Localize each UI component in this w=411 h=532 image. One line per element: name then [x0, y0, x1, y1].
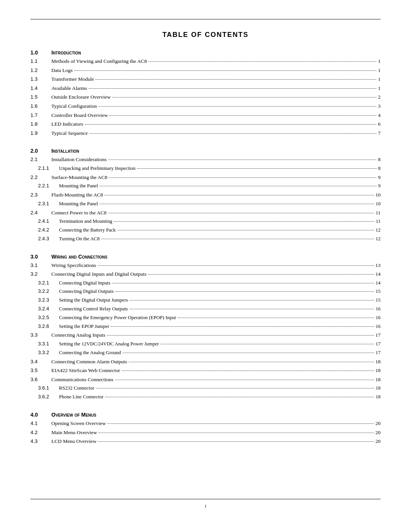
entry-3-2-2: 3.2.2 Connecting Digital Outputs 15 [30, 288, 381, 296]
entry-3-4: 3.4 Connecting Common Alarm Outputs 18 [30, 358, 381, 366]
section-header-3: 3.0 Wiring and Connections [30, 254, 381, 260]
section-4: 4.0 Overview of Menus 4.1 Opening Screen… [30, 412, 381, 446]
entry-3-3-2: 3.3.2 Connecting the Analog Ground 17 [30, 349, 381, 357]
entry-2-1-1: 2.1.1 Unpacking and Preliminary Inspecti… [30, 165, 381, 173]
entry-number-1-2: 1.2 [30, 66, 51, 75]
section-2: 2.0 Installation 2.1 Installation Consid… [30, 148, 381, 243]
entry-2-3: 2.3 Flush-Mounting the AC8 10 [30, 191, 381, 199]
section-header-4: 4.0 Overview of Menus [30, 412, 381, 418]
footer-page-number: i [205, 503, 206, 509]
entry-text-1-1: Methods of Viewing and Configuring the A… [51, 57, 381, 66]
entry-3-6-1: 3.6.1 RS232 Connector 18 [30, 384, 381, 392]
section-header-1: 1.0 Introduction [30, 50, 381, 56]
entry-1-3: 1.3 Transformer Module 1 [30, 75, 381, 83]
entry-3-6: 3.6 Communications Connections 18 [30, 375, 381, 384]
section-number-1: 1.0 [30, 50, 51, 56]
entry-3-2-6: 3.2.6 Setting the EPOP Jumper 16 [30, 323, 381, 331]
entry-4-3: 4.3 LCD Menu Overview 20 [30, 437, 381, 446]
entry-3-2: 3.2 Connecting Digital Inputs and Digita… [30, 270, 381, 278]
entry-text-1-2: Data Logs 1 [51, 66, 381, 75]
entry-2-1: 2.1 Installation Considerations 8 [30, 155, 381, 164]
entry-3-3-1: 3.3.1 Setting the 12VDC/24VDC Analog Pow… [30, 340, 381, 348]
section-1: 1.0 Introduction 1.1 Methods of Viewing … [30, 50, 381, 138]
section-number-3: 3.0 [30, 254, 51, 260]
entry-3-2-3: 3.2.3 Setting the Digital Output Jumpers… [30, 296, 381, 304]
section-title-3: Wiring and Connections [51, 254, 107, 260]
entry-1-1: 1.1 Methods of Viewing and Configuring t… [30, 57, 381, 66]
entry-2-4-1: 2.4.1 Termination and Mounting 11 [30, 217, 381, 225]
entry-3-5: 3.5 EIA422 SiteScan Web Connector 18 [30, 366, 381, 375]
top-border [30, 19, 381, 19]
entry-3-2-5: 3.2.5 Connecting the Emergency Power Ope… [30, 314, 381, 322]
entry-3-1: 3.1 Wiring Specifications 13 [30, 261, 381, 270]
bottom-border [30, 499, 381, 499]
section-3: 3.0 Wiring and Connections 3.1 Wiring Sp… [30, 254, 381, 402]
entry-3-6-2: 3.6.2 Phone Line Connector 18 [30, 393, 381, 401]
entry-1-2: 1.2 Data Logs 1 [30, 66, 381, 75]
entry-1-5: 1.5 Outside Enclosure Overview 2 [30, 93, 381, 101]
entry-2-4-3: 2.4.3 Turning On the AC8 12 [30, 235, 381, 243]
entry-2-2-1: 2.2.1 Mounting the Panel 9 [30, 182, 381, 190]
entry-3-2-4: 3.2.4 Connecting Control Relay Outputs 1… [30, 305, 381, 313]
entry-2-4: 2.4 Connect Power to the AC8 11 [30, 209, 381, 217]
entry-2-4-2: 2.4.2 Connecting the Battery Pack 12 [30, 226, 381, 234]
entry-1-7: 1.7 Controller Board Overview 4 [30, 111, 381, 120]
entry-1-9: 1.9 Typical Sequence 7 [30, 129, 381, 137]
entry-2-2: 2.2 Surface-Mounting the AC8 9 [30, 173, 381, 182]
entry-1-6: 1.6 Typical Configuration 3 [30, 102, 381, 110]
entry-4-1: 4.1 Opening Screen Overview 20 [30, 419, 381, 428]
entry-1-8: 1.8 LED Indicators 6 [30, 120, 381, 128]
entry-number-1-1: 1.1 [30, 57, 51, 66]
entry-3-2-1: 3.2.1 Connecting Digital Inputs 14 [30, 279, 381, 287]
section-number-4: 4.0 [30, 412, 51, 418]
page-title: TABLE OF CONTENTS [30, 31, 381, 39]
entry-2-3-1: 2.3.1 Mounting the Panel 10 [30, 200, 381, 208]
page-footer: i [30, 503, 381, 509]
entry-3-3: 3.3 Connecting Analog Inputs 17 [30, 331, 381, 339]
section-number-2: 2.0 [30, 148, 51, 154]
section-title-1: Introduction [51, 50, 81, 56]
section-header-2: 2.0 Installation [30, 148, 381, 154]
entry-1-4: 1.4 Available Alarms 1 [30, 84, 381, 93]
section-title-2: Installation [51, 148, 79, 154]
entry-4-2: 4.2 Main Menu Overview 20 [30, 428, 381, 437]
section-title-4: Overview of Menus [51, 412, 96, 418]
page-container: TABLE OF CONTENTS 1.0 Introduction 1.1 M… [0, 0, 411, 532]
